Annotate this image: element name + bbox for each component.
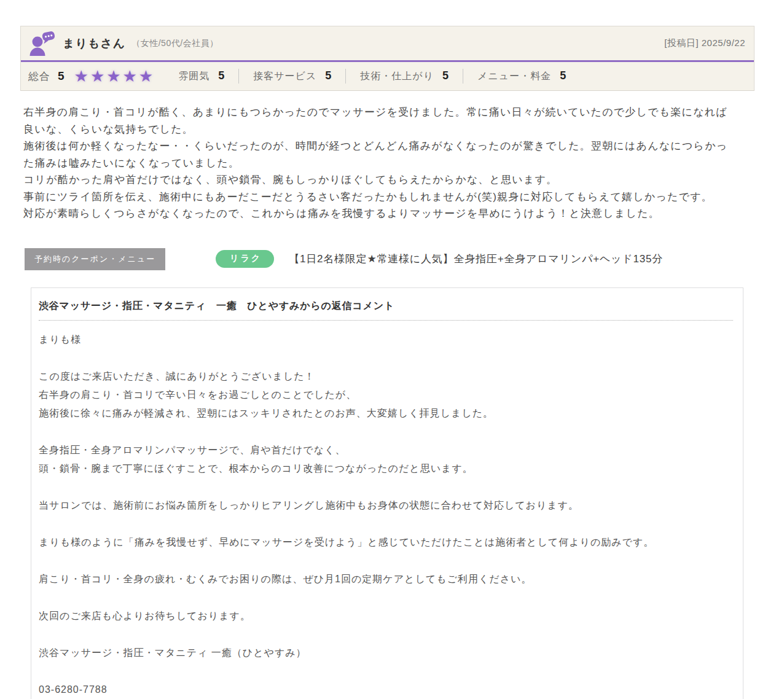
coupon-row: 予約時のクーポン・メニュー リラク 【1日2名様限定★常連様に人気】全身指圧+全… [20,248,755,270]
rating-separator [463,69,463,84]
rating-value: 5 [325,69,331,82]
star-rating-icons: ★★★★★ [74,68,155,84]
rating-value: 5 [218,69,224,82]
coupon-menu-name: 【1日2名様限定★常連様に人気】全身指圧+全身アロマリンパ+ヘッド135分 [289,252,663,266]
rating-separator [238,69,239,84]
reviewer-header: まりもさん （女性/50代/会社員） [投稿日] 2025/9/22 [21,26,754,62]
overall-rating-value: 5 [58,69,65,83]
overall-rating-label: 総合 [28,69,50,84]
rating-atmosphere: 雰囲気 5 [178,69,224,83]
category-ratings: 雰囲気 5 接客サービス 5 技術・仕上がり 5 メニュー・料金 5 [178,69,566,84]
rating-technique: 技術・仕上がり 5 [360,69,449,83]
coupon-label-badge: 予約時のクーポン・メニュー [25,248,165,270]
rating-service: 接客サービス 5 [253,69,331,83]
review-header-card: まりもさん （女性/50代/会社員） [投稿日] 2025/9/22 総合 5 … [20,26,755,91]
rating-label: メニュー・料金 [477,70,551,83]
rating-value: 5 [442,69,449,82]
post-date: [投稿日] 2025/9/22 [664,37,745,49]
user-avatar-icon [28,31,57,58]
salon-reply-title: 渋谷マッサージ・指圧・マタニティ 一癒 ひとやすみからの返信コメント [39,297,733,321]
rating-menu-price: メニュー・料金 5 [477,69,566,83]
reviewer-profile: （女性/50代/会社員） [131,38,218,49]
genre-tag-badge: リラク [216,250,274,268]
rating-label: 雰囲気 [178,70,210,83]
rating-separator [345,69,346,84]
salon-reply-body: まりも様 この度はご来店いただき、誠にありがとうございました！ 右半身の肩こり・… [39,330,733,699]
ratings-row: 総合 5 ★★★★★ 雰囲気 5 接客サービス 5 技術・仕上がり 5 [21,62,754,90]
rating-label: 技術・仕上がり [360,70,434,83]
review-text: 右半身の肩こり・首コリが酷く、あまりにもつらかったのでマッサージを受けました。常… [20,104,755,222]
rating-value: 5 [560,69,566,82]
rating-label: 接客サービス [253,70,316,83]
reviewer-name: まりもさん [63,36,125,52]
review-page: まりもさん （女性/50代/会社員） [投稿日] 2025/9/22 総合 5 … [20,26,755,699]
salon-reply-box: 渋谷マッサージ・指圧・マタニティ 一癒 ひとやすみからの返信コメント まりも様 … [31,287,743,699]
